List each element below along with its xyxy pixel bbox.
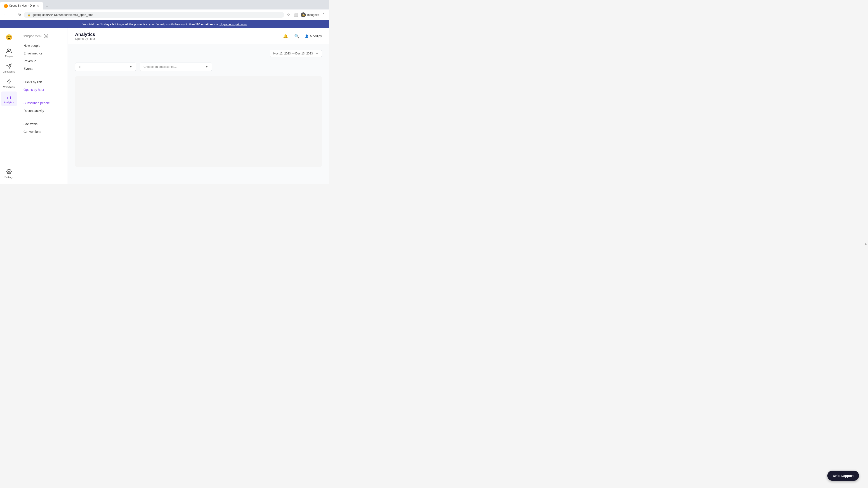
collapse-menu-button[interactable]: Collapse menu ⊕ <box>23 34 48 38</box>
menu-item-recent-activity[interactable]: Recent activity <box>18 107 68 115</box>
channel-filter-arrow-icon: ▼ <box>129 65 132 68</box>
menu-section-2: Clicks by link Opens by hour <box>18 78 68 95</box>
date-range-text: Nov 12, 2023 — Dec 13, 2023 <box>273 52 313 55</box>
trial-text-prefix: Your trial has <box>83 23 100 26</box>
search-button[interactable]: 🔍 <box>293 33 300 39</box>
content-area: Analytics Opens By Hour 🔔 🔍 👤 Moodjoy <box>68 28 329 184</box>
menu-section-3: Subscribed people Recent activity <box>18 99 68 116</box>
settings-label: Settings <box>4 176 13 178</box>
username-label: Moodjoy <box>310 34 322 38</box>
sidebar-item-workflows[interactable]: Workflows <box>1 76 17 91</box>
analytics-top-row: Nov 12, 2023 — Dec 13, 2023 ▼ <box>75 50 322 57</box>
menu-item-revenue[interactable]: Revenue <box>18 57 68 65</box>
menu-item-site-traffic[interactable]: Site traffic <box>18 120 68 128</box>
sidebar-item-analytics[interactable]: Analytics <box>1 92 17 106</box>
main-layout: 😊 People <box>0 28 329 184</box>
browser-chrome: 🟠 Opens By Hour · Drip ✕ + ← → ↻ 🔒 getdr… <box>0 0 329 20</box>
menu-item-conversions[interactable]: Conversions <box>18 128 68 135</box>
trial-text-middle: to go. All the power is at your fingerti… <box>117 23 195 26</box>
workflows-icon <box>6 78 12 85</box>
menu-item-opens-by-hour[interactable]: Opens by hour <box>18 86 68 94</box>
address-bar: ← → ↻ 🔒 getdrip.com/7641396/reports/emai… <box>0 9 329 20</box>
page-title: Analytics <box>75 32 95 37</box>
svg-point-0 <box>7 49 9 51</box>
tab-bar: 🟠 Opens By Hour · Drip ✕ + <box>0 0 329 9</box>
email-series-arrow-icon: ▼ <box>205 65 208 68</box>
analytics-icon <box>6 94 12 100</box>
filters-row: el ▼ Choose an email series... ▼ <box>75 63 322 71</box>
sidebar-icons: 😊 People <box>0 28 18 184</box>
incognito-icon: 🕵 <box>301 12 306 18</box>
sidebar-menu: Collapse menu ⊕ New people Email metrics… <box>18 28 68 184</box>
menu-item-email-metrics[interactable]: Email metrics <box>18 50 68 57</box>
page-header: Analytics Opens By Hour <box>75 32 95 40</box>
date-range-selector[interactable]: Nov 12, 2023 — Dec 13, 2023 ▼ <box>270 50 322 57</box>
people-label: People <box>5 55 13 58</box>
trial-banner: Your trial has 14 days left to go. All t… <box>0 20 329 28</box>
menu-item-new-people[interactable]: New people <box>18 42 68 50</box>
upgrade-link[interactable]: Upgrade to paid now <box>219 23 247 26</box>
tab-favicon: 🟠 <box>4 4 7 7</box>
email-series-filter-dropdown[interactable]: Choose an email series... ▼ <box>140 63 212 71</box>
email-series-placeholder: Choose an email series... <box>144 65 177 68</box>
menu-button[interactable]: ⋮ <box>321 12 327 18</box>
header-right: 🔔 🔍 👤 Moodjoy <box>282 33 322 39</box>
user-avatar-icon: 👤 <box>305 34 309 38</box>
new-tab-button[interactable]: + <box>44 3 50 9</box>
cast-button[interactable]: ⬜ <box>293 12 299 18</box>
notification-button[interactable]: 🔔 <box>282 33 289 39</box>
date-range-arrow-icon: ▼ <box>315 52 318 55</box>
url-text: getdrip.com/7641396/reports/email_open_t… <box>33 13 93 17</box>
collapse-menu-label: Collapse menu <box>23 34 42 38</box>
people-icon <box>6 48 12 54</box>
refresh-button[interactable]: ↻ <box>17 12 22 18</box>
channel-filter-dropdown[interactable]: el ▼ <box>75 63 136 71</box>
tab-title: Opens By Hour · Drip <box>9 4 35 7</box>
menu-section-1: New people Email metrics Revenue Events <box>18 42 68 74</box>
menu-divider-1 <box>24 76 62 76</box>
browser-actions: ☆ ⬜ 🕵 Incognito ⋮ <box>286 12 327 18</box>
sidebar-logo[interactable]: 😊 <box>1 32 17 43</box>
settings-icon <box>6 168 12 175</box>
menu-item-clicks-by-link[interactable]: Clicks by link <box>18 78 68 86</box>
address-input[interactable]: 🔒 getdrip.com/7641396/reports/email_open… <box>24 12 284 18</box>
menu-item-events[interactable]: Events <box>18 65 68 72</box>
channel-filter-value: el <box>79 65 81 68</box>
sidebar-item-campaigns[interactable]: Campaigns <box>1 61 17 75</box>
menu-divider-3 <box>24 118 62 119</box>
sidebar-item-settings[interactable]: Settings <box>1 166 17 181</box>
page-subtitle: Opens By Hour <box>75 37 95 40</box>
menu-item-subscribed-people[interactable]: Subscribed people <box>18 99 68 107</box>
campaigns-label: Campaigns <box>3 70 16 73</box>
collapse-circle-icon: ⊕ <box>43 34 48 38</box>
tab-close-button[interactable]: ✕ <box>37 4 39 7</box>
analytics-label: Analytics <box>4 101 14 104</box>
svg-point-6 <box>8 171 10 172</box>
app-container: Your trial has 14 days left to go. All t… <box>0 20 329 184</box>
incognito-badge: 🕵 Incognito <box>301 12 319 18</box>
analytics-content: Nov 12, 2023 — Dec 13, 2023 ▼ el ▼ Choos… <box>68 44 329 172</box>
menu-section-4: Site traffic Conversions <box>18 120 68 137</box>
lock-icon: 🔒 <box>27 13 31 17</box>
forward-button[interactable]: → <box>10 12 16 18</box>
sidebar-item-people[interactable]: People <box>1 45 17 60</box>
chart-area <box>75 76 322 167</box>
drip-logo-icon: 😊 <box>6 34 12 40</box>
campaigns-icon <box>6 63 12 69</box>
back-button[interactable]: ← <box>3 12 8 18</box>
menu-divider-2 <box>24 97 62 97</box>
trial-limit-bold: 100 email sends. <box>195 23 219 26</box>
user-menu[interactable]: 👤 Moodjoy <box>305 34 322 38</box>
sidebar-menu-header: Collapse menu ⊕ <box>18 32 68 42</box>
active-tab[interactable]: 🟠 Opens By Hour · Drip ✕ <box>0 2 43 9</box>
star-button[interactable]: ☆ <box>286 12 291 18</box>
svg-marker-2 <box>7 79 11 84</box>
workflows-label: Workflows <box>3 86 15 88</box>
incognito-label: Incognito <box>307 13 319 17</box>
trial-days-bold: 14 days left <box>100 23 116 26</box>
